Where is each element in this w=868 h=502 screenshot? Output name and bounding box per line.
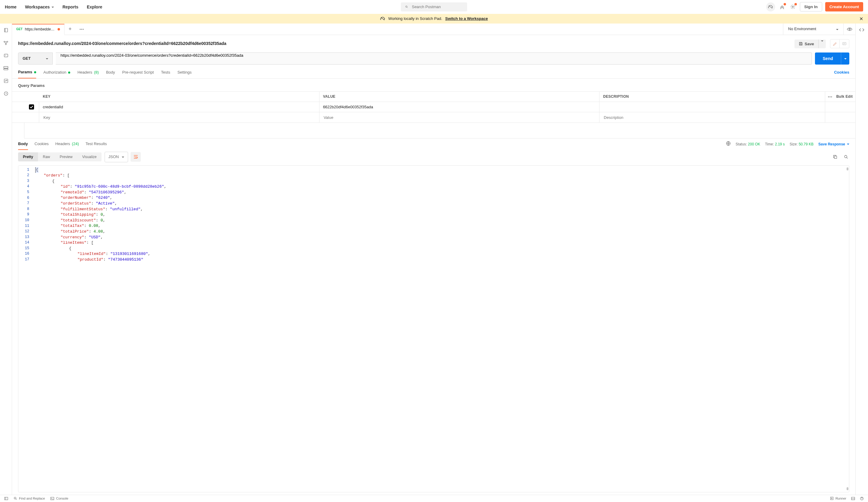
tab-authorization[interactable]: Authorization bbox=[43, 70, 70, 78]
resp-tab-body[interactable]: Body bbox=[18, 139, 28, 150]
code-snippet-button[interactable] bbox=[859, 28, 865, 34]
nav-reports[interactable]: Reports bbox=[62, 4, 79, 9]
copy-button[interactable] bbox=[832, 153, 838, 160]
method-selector[interactable]: GET bbox=[18, 52, 53, 64]
create-account-button[interactable]: Create Account bbox=[825, 2, 863, 11]
nav-workspaces-label: Workspaces bbox=[25, 4, 50, 9]
chevron-down-icon bbox=[52, 7, 54, 8]
tab-label: Authorization bbox=[43, 70, 66, 75]
runner-button[interactable]: Runner bbox=[830, 496, 846, 501]
url-input-wrapper[interactable] bbox=[56, 52, 812, 64]
search-icon bbox=[405, 4, 408, 9]
sidebar-toggle[interactable] bbox=[4, 497, 8, 500]
size-value: 50.79 KB bbox=[799, 142, 814, 146]
tab-params[interactable]: Params bbox=[18, 69, 36, 79]
environment-selector[interactable]: No Environment bbox=[783, 23, 843, 35]
chevron-down-icon bbox=[46, 58, 48, 59]
environment-label: No Environment bbox=[788, 26, 816, 32]
more-icon[interactable] bbox=[828, 96, 832, 98]
resp-tab-headers[interactable]: Headers(24) bbox=[55, 139, 79, 150]
svg-rect-7 bbox=[4, 66, 8, 68]
search-input-wrapper[interactable] bbox=[401, 2, 467, 11]
signin-button[interactable]: Sign In bbox=[800, 2, 822, 11]
svg-point-13 bbox=[83, 29, 83, 30]
notifications-button[interactable] bbox=[778, 3, 786, 11]
chevron-down-icon bbox=[821, 40, 823, 46]
col-key: KEY bbox=[39, 92, 320, 102]
tab-method-label: GET bbox=[16, 27, 23, 31]
comment-button[interactable] bbox=[840, 39, 849, 48]
view-preview[interactable]: Preview bbox=[55, 152, 78, 161]
monitors-icon[interactable] bbox=[3, 78, 9, 84]
url-input[interactable] bbox=[60, 53, 807, 58]
send-options-button[interactable] bbox=[841, 52, 849, 64]
param-desc-cell[interactable] bbox=[599, 102, 825, 112]
new-tab-button[interactable]: + bbox=[64, 23, 76, 35]
badge-dot-icon bbox=[784, 3, 786, 6]
find-replace-button[interactable]: Find and Replace bbox=[13, 496, 45, 501]
switch-workspace-link[interactable]: Switch to a Workspace bbox=[445, 16, 488, 21]
banner-close-button[interactable]: ✕ bbox=[859, 16, 863, 22]
resp-tab-cookies[interactable]: Cookies bbox=[35, 139, 49, 150]
search-response-button[interactable] bbox=[843, 153, 849, 160]
wrap-lines-button[interactable] bbox=[131, 152, 141, 162]
history-icon[interactable] bbox=[3, 90, 9, 97]
line-gutter: 1234567891011121314151617 bbox=[18, 165, 32, 264]
param-value-cell[interactable]: 6622b20df4d6e00352f35ada bbox=[320, 102, 600, 112]
help-button[interactable] bbox=[860, 496, 864, 501]
collections-icon[interactable] bbox=[3, 27, 9, 33]
console-button[interactable]: Console bbox=[50, 496, 68, 501]
tab-body[interactable]: Body bbox=[106, 70, 115, 78]
mock-servers-icon[interactable] bbox=[3, 65, 9, 71]
bulk-edit-button[interactable]: Bulk Edit bbox=[836, 94, 853, 99]
scrollbar-thumb[interactable] bbox=[847, 487, 848, 490]
apis-icon[interactable] bbox=[3, 40, 9, 46]
param-value-input[interactable] bbox=[320, 112, 600, 122]
col-value: VALUE bbox=[320, 92, 600, 102]
view-raw[interactable]: Raw bbox=[38, 152, 55, 161]
param-desc-input[interactable] bbox=[599, 112, 825, 122]
tab-prerequest[interactable]: Pre-request Script bbox=[122, 70, 154, 78]
cookies-link[interactable]: Cookies bbox=[834, 70, 849, 78]
tab-tests[interactable]: Tests bbox=[161, 70, 170, 78]
svg-point-17 bbox=[829, 96, 830, 97]
scrollbar-thumb[interactable] bbox=[847, 168, 848, 170]
svg-rect-2 bbox=[4, 28, 8, 32]
row-actions bbox=[825, 112, 855, 122]
param-checkbox[interactable] bbox=[24, 102, 39, 112]
view-mode-tabs: Pretty Raw Preview Visualize bbox=[18, 152, 102, 161]
nav-explore[interactable]: Explore bbox=[87, 4, 102, 9]
layout-button[interactable] bbox=[851, 497, 855, 500]
search-input[interactable] bbox=[411, 4, 463, 9]
tab-settings[interactable]: Settings bbox=[177, 70, 192, 78]
environments-icon[interactable] bbox=[3, 52, 9, 59]
unsaved-indicator-icon bbox=[58, 28, 60, 30]
nav-home[interactable]: Home bbox=[5, 4, 17, 9]
chevron-down-icon bbox=[847, 143, 849, 145]
param-key-cell[interactable]: credentialId bbox=[39, 102, 320, 112]
param-key-input[interactable] bbox=[39, 112, 320, 122]
scratch-pad-banner: Working locally in Scratch Pad. Switch t… bbox=[0, 14, 868, 23]
edit-button[interactable] bbox=[830, 39, 840, 48]
headers-count: (24) bbox=[72, 141, 79, 147]
globe-icon[interactable] bbox=[726, 141, 731, 148]
svg-rect-25 bbox=[830, 497, 833, 500]
send-button[interactable]: Send bbox=[815, 52, 841, 64]
view-pretty[interactable]: Pretty bbox=[18, 152, 38, 161]
settings-button[interactable] bbox=[789, 3, 797, 11]
tab-overflow-button[interactable] bbox=[76, 29, 87, 30]
svg-rect-22 bbox=[4, 497, 8, 500]
response-body[interactable]: 1234567891011121314151617 {"orders": [{"… bbox=[18, 165, 849, 492]
save-options-button[interactable] bbox=[818, 40, 826, 48]
view-visualize[interactable]: Visualize bbox=[78, 152, 102, 161]
save-button[interactable]: Save bbox=[794, 40, 818, 48]
svg-rect-6 bbox=[4, 54, 8, 57]
resp-tab-tests[interactable]: Test Results bbox=[85, 139, 107, 150]
format-selector[interactable]: JSON bbox=[105, 152, 128, 162]
tab-headers[interactable]: Headers(8) bbox=[78, 70, 99, 78]
environment-quicklook-button[interactable] bbox=[843, 23, 855, 35]
nav-workspaces[interactable]: Workspaces bbox=[25, 4, 54, 9]
save-response-button[interactable]: Save Response bbox=[818, 142, 849, 147]
request-tab[interactable]: GET https://embedded... bbox=[12, 24, 64, 35]
cloud-offline-button[interactable] bbox=[766, 2, 775, 11]
